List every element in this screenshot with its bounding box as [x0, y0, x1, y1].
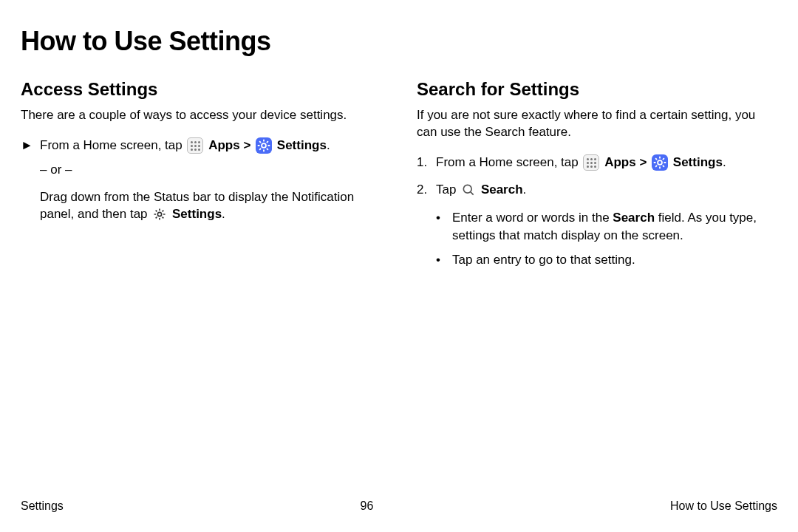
s2-prefix: Tap	[436, 183, 460, 197]
play-marker-icon: ►	[21, 137, 40, 154]
separator: >	[243, 138, 254, 152]
apps-label: Apps	[208, 138, 240, 152]
svg-point-0	[262, 144, 266, 149]
access-step: ► From a Home screen, tap Apps > Setting…	[21, 137, 381, 223]
period: .	[327, 138, 330, 152]
drag-period: .	[222, 207, 225, 221]
search-icon	[461, 183, 476, 197]
period: .	[523, 183, 527, 197]
page-title: How to Use Settings	[21, 26, 777, 57]
search-label: Search	[481, 183, 523, 197]
access-heading: Access Settings	[21, 79, 381, 100]
footer-page-number: 96	[361, 499, 374, 513]
access-intro: There are a couple of ways to access you…	[21, 107, 381, 124]
period: .	[723, 155, 726, 169]
content-columns: Access Settings There are a couple of wa…	[21, 79, 777, 276]
settings-blue-icon	[652, 154, 668, 171]
bullet-2-body: Tap an entry to go to that setting.	[452, 251, 635, 269]
svg-point-2	[658, 160, 662, 165]
access-step-body: From a Home screen, tap Apps > Settings.…	[40, 137, 381, 223]
search-step-1-body: From a Home screen, tap Apps > Settings.	[436, 154, 777, 171]
s1-prefix: From a Home screen, tap	[436, 155, 582, 169]
svg-line-4	[471, 192, 474, 195]
access-step-prefix: From a Home screen, tap	[40, 138, 185, 152]
drag-instruction: Drag down from the Status bar to display…	[40, 189, 381, 223]
settings-blue-icon	[256, 137, 272, 154]
bullet-1: • Enter a word or words in the Search fi…	[436, 209, 777, 245]
left-column: Access Settings There are a couple of wa…	[21, 79, 381, 276]
search-step-2-body: Tap Search.	[436, 182, 777, 199]
search-intro: If you are not sure exactly where to fin…	[417, 107, 777, 141]
search-heading: Search for Settings	[417, 79, 777, 100]
search-step-1: 1. From a Home screen, tap Apps > Settin…	[417, 154, 777, 171]
bullet-dot-icon: •	[436, 209, 452, 227]
footer-left: Settings	[21, 499, 64, 513]
b1b: Search	[613, 211, 655, 225]
settings-label: Settings	[277, 138, 327, 152]
drag-settings-label: Settings	[172, 207, 222, 221]
apps-icon	[583, 154, 599, 171]
footer-right: How to Use Settings	[670, 499, 777, 513]
settings-gear-icon	[152, 207, 167, 222]
bullet-dot-icon: •	[436, 251, 452, 269]
separator: >	[639, 155, 650, 169]
or-text: – or –	[40, 162, 381, 179]
right-column: Search for Settings If you are not sure …	[417, 79, 777, 276]
bullet-2: • Tap an entry to go to that setting.	[436, 251, 777, 269]
settings-label: Settings	[673, 155, 723, 169]
b1a: Enter a word or words in the	[452, 211, 613, 225]
svg-point-1	[158, 213, 162, 216]
bullet-1-body: Enter a word or words in the Search fiel…	[452, 209, 777, 245]
apps-icon	[187, 137, 203, 154]
page-footer: Settings 96 How to Use Settings	[21, 499, 777, 513]
search-step-2: 2. Tap Search.	[417, 182, 777, 199]
step-2-number: 2.	[417, 182, 436, 199]
step-1-number: 1.	[417, 154, 436, 171]
svg-point-3	[463, 185, 471, 194]
apps-label: Apps	[604, 155, 636, 169]
